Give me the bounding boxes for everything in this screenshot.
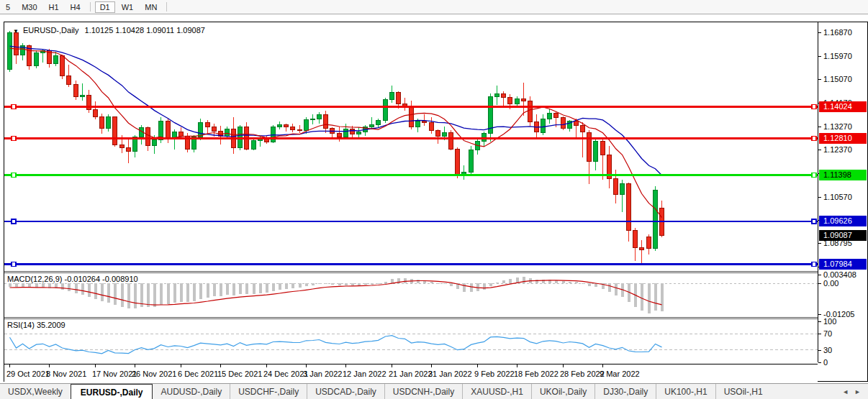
time-tick (9, 364, 10, 367)
chart-window: ▼EURUSD-,Daily1.10125 1.10428 1.09011 1.… (4, 22, 868, 382)
tf-button-m5[interactable]: 5 (1, 1, 15, 13)
time-tick (266, 364, 267, 367)
time-axis-label: 8 Nov 2021 (46, 370, 86, 378)
line-anchor[interactable] (812, 104, 816, 109)
toolbar-separator (90, 2, 91, 12)
line-anchor[interactable] (812, 262, 816, 266)
toolbar-separator (166, 2, 167, 12)
tabs-scroll-right-icon[interactable]: ► (854, 388, 861, 395)
tab-audusd-daily[interactable]: AUDUSD-,Daily (153, 384, 230, 399)
tf-button-m30[interactable]: M30 (17, 1, 42, 13)
time-tick (563, 364, 564, 367)
time-tick (49, 364, 50, 367)
line-anchor[interactable] (12, 262, 16, 266)
line-anchor[interactable] (812, 219, 816, 224)
pane-divider[interactable] (4, 272, 818, 273)
time-axis-label: 28 Feb 2022 (560, 370, 605, 378)
pane-divider[interactable] (4, 317, 818, 318)
tab-uk100-h1[interactable]: UK100-,H1 (656, 384, 715, 399)
rsi-canvas[interactable] (4, 319, 818, 364)
time-tick (220, 364, 221, 367)
line-anchor[interactable] (12, 136, 16, 140)
pane-divider[interactable] (4, 318, 818, 319)
tab-dj30-daily[interactable]: DJ30-,Daily (595, 384, 656, 399)
time-axis-label: 26 Nov 2021 (132, 370, 176, 378)
time-axis-label: 31 Jan 2022 (428, 370, 472, 378)
price-badge-1.12810: 1.12810 (819, 133, 867, 144)
tab-usdcnh-daily[interactable]: USDCNH-,Daily (384, 384, 462, 399)
time-tick (135, 364, 135, 367)
chart-ohlc-values: 1.10125 1.10428 1.09011 1.09087 (85, 26, 205, 35)
time-tick (392, 364, 392, 367)
tab-usdcad-daily[interactable]: USDCAD-,Daily (307, 384, 384, 399)
tab-usoil-h1[interactable]: USOil-,H1 (715, 384, 771, 399)
tab-xauusd-h1[interactable]: XAUUSD-,H1 (462, 384, 531, 399)
timeframe-toolbar: 5 M30 H1 H4 D1 W1 MN (0, 0, 868, 14)
time-axis-label: 18 Feb 2022 (514, 370, 559, 378)
time-axis-label: 9 Feb 2022 (474, 370, 515, 378)
tab-usdx-weekly[interactable]: USDX,Weekly (0, 384, 71, 399)
collapse-triangle-icon[interactable]: ▼ (13, 28, 19, 35)
main-chart-canvas[interactable] (4, 22, 818, 271)
mt4-app: 5 M30 H1 H4 D1 W1 MN ▼EURUSD-,Daily1.101… (0, 0, 868, 399)
line-anchor[interactable] (12, 104, 16, 109)
chart-title: ▼EURUSD-,Daily1.10125 1.10428 1.09011 1.… (13, 26, 205, 35)
time-axis-label: 21 Jan 2022 (389, 370, 433, 378)
time-axis-label: 29 Oct 2021 (6, 370, 50, 378)
time-tick (431, 364, 432, 367)
time-axis-label: 3 Jan 2022 (303, 370, 342, 378)
line-anchor[interactable] (812, 136, 816, 140)
tf-button-mn[interactable]: MN (140, 1, 162, 13)
tf-button-d1[interactable]: D1 (95, 1, 115, 13)
chart-symbol-label: EURUSD-,Daily (23, 26, 79, 35)
price-badge-1.14024: 1.14024 (819, 101, 867, 112)
time-axis[interactable]: 29 Oct 20218 Nov 202117 Nov 202126 Nov 2… (4, 364, 818, 382)
time-axis-label: 17 Nov 2021 (92, 370, 137, 378)
time-tick (306, 364, 307, 367)
time-tick (181, 364, 181, 367)
chart-tabs-bar: USDX,Weekly EURUSD-,Daily AUDUSD-,Daily … (0, 383, 868, 399)
line-anchor[interactable] (12, 173, 16, 178)
tabs-scroll-left-icon[interactable]: ◄ (842, 388, 849, 395)
candles-layer (8, 31, 664, 264)
tab-scroll-controls: ◄ ► (835, 384, 868, 399)
time-tick (95, 364, 96, 367)
time-tick (345, 364, 346, 367)
tf-button-h4[interactable]: H4 (65, 1, 86, 13)
macd-indicator-label: MACD(12,26,9) -0.010264 -0.008910 (7, 275, 138, 283)
line-anchor[interactable] (812, 173, 816, 178)
time-tick (602, 364, 603, 367)
pane-divider[interactable] (4, 271, 818, 272)
time-axis-label: 6 Dec 2021 (178, 370, 218, 378)
rsi-indicator-label: RSI(14) 35.2009 (7, 321, 65, 329)
price-badge-1.09626: 1.09626 (819, 216, 867, 226)
time-axis-label: 12 Jan 2022 (343, 370, 386, 378)
time-axis-label: 9 Mar 2022 (600, 370, 640, 378)
time-axis-label: 24 Dec 2021 (263, 370, 308, 378)
current-price-badge: 1.09087 (819, 230, 867, 241)
price-badge-1.07984: 1.07984 (819, 259, 867, 270)
tab-usdchf-daily[interactable]: USDCHF-,Daily (230, 384, 307, 399)
tab-eurusd-daily[interactable]: EURUSD-,Daily (71, 384, 153, 399)
price-scale[interactable]: 1.168701.159701.150701.141701.132701.123… (818, 22, 867, 362)
tf-button-w1[interactable]: W1 (117, 1, 139, 13)
price-badge-1.11398: 1.11398 (819, 170, 867, 180)
tf-button-h1[interactable]: H1 (44, 1, 64, 13)
time-tick (517, 364, 517, 367)
time-axis-label: 15 Dec 2021 (217, 370, 262, 378)
tab-ukoil-daily[interactable]: UKOil-,Daily (531, 384, 595, 399)
line-anchor[interactable] (12, 219, 16, 224)
time-tick (477, 364, 478, 367)
